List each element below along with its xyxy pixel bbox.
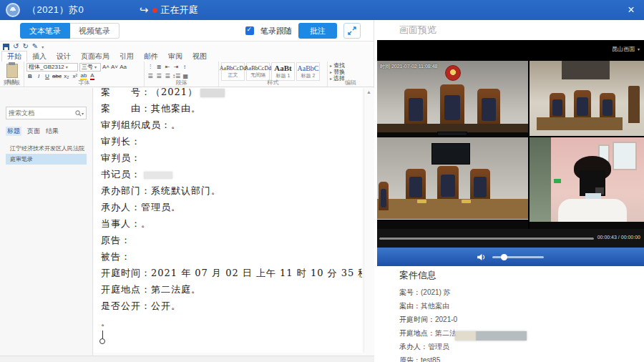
search-input[interactable] [9, 109, 75, 117]
ribbon-tab-mailings[interactable]: 邮件 [139, 51, 163, 62]
case-info-title: 案件信息 [399, 269, 644, 282]
document-search-box[interactable]: ▾ [6, 107, 87, 119]
redaction [144, 172, 172, 179]
face-redaction [580, 170, 605, 196]
decrease-indent-icon[interactable]: ⇤ [164, 63, 171, 72]
clipboard-group-label: 剪贴板 [0, 79, 24, 87]
video-topbar: 昆山画面 ▾ [377, 40, 644, 60]
case-row-location: 开庭地点：第二法 [399, 328, 644, 342]
exit-sign [554, 179, 561, 183]
camera-participant-view[interactable] [530, 137, 644, 229]
case-row-handler: 承办人：管理员 [399, 342, 644, 356]
font-group-label: 字体 [24, 79, 144, 87]
doc-line[interactable]: 开庭时间：2021 年 07 月 02 日 上午 11 时 10 分 35 秒 … [94, 265, 362, 281]
search-dropdown-icon[interactable]: ▾ [82, 111, 84, 116]
doc-line[interactable]: 。 [94, 314, 362, 331]
navigation-pane: ▾ 标题 页面 结果 江宁经济技术开发区人民法院 庭审笔录 [0, 88, 93, 356]
font-name-combo[interactable]: 楷体_GB2312▾ [26, 63, 78, 72]
doc-line[interactable]: 案 由：其他案由。 [94, 100, 362, 117]
change-case-icon[interactable]: Aa [119, 63, 127, 72]
doc-line[interactable]: 案 号：（2021） [94, 88, 362, 100]
redo-icon[interactable]: ↻ [22, 42, 28, 51]
search-icon [75, 110, 82, 117]
quick-access-toolbar: ↺ ↻ ✎ ▾ [3, 42, 44, 51]
redaction [200, 89, 225, 97]
doc-line[interactable]: 书记员： [94, 166, 362, 182]
redaction [455, 331, 527, 341]
doc-line[interactable]: 原告： [94, 232, 362, 248]
stream-select-dropdown[interactable]: 昆山画面 ▾ [612, 45, 640, 53]
word-ribbon: ↺ ↻ ✎ ▾ 开始 插入 设计 页面布局 引用 邮件 审阅 视图 粘贴 剪贴板 [0, 41, 374, 87]
case-number-title: （2021）苏0 [27, 4, 84, 16]
navpane-tab-results[interactable]: 结果 [46, 127, 59, 136]
recording-dot-icon [152, 8, 157, 13]
ribbon-tab-insert[interactable]: 插入 [27, 51, 52, 62]
speaker-icon[interactable] [477, 253, 487, 261]
pen-icon[interactable]: ✎ [32, 42, 38, 51]
ribbon-tab-layout[interactable]: 页面布局 [76, 51, 114, 62]
preview-title: 画面预览 [375, 20, 644, 40]
doc-line[interactable]: 承办部门：系统默认部门。 [94, 182, 362, 199]
seekbar[interactable]: 00:00:43 / 00:00:00 [377, 229, 644, 248]
case-row-plaintiff: 原告：test85 [399, 356, 644, 362]
navpane-tab-headings[interactable]: 标题 [6, 127, 21, 136]
ribbon-tab-view[interactable]: 视图 [187, 51, 212, 62]
doc-line[interactable]: 审判组织成员：。 [94, 117, 362, 133]
back-icon[interactable]: ↩ [140, 4, 149, 16]
camera-side-view[interactable] [530, 61, 644, 136]
styles-group: AaBbCcDd 正文 AaBbCcDd 无间隔 AaBt 标题 1 AaBbC… [219, 62, 328, 87]
doc-line[interactable]: 审判员： [94, 150, 362, 166]
document-editor[interactable]: 案 号：（2021） 案 由：其他案由。 审判组织成员：。 审判长： 审判员： … [94, 88, 362, 353]
camera-bench-view-2[interactable] [377, 137, 528, 229]
clipboard-group: 粘贴 剪贴板 [0, 62, 24, 87]
close-icon[interactable]: × [618, 0, 644, 20]
heading-item-court[interactable]: 江宁经济技术开发区人民法院 [6, 143, 87, 154]
seek-progress[interactable] [379, 238, 594, 240]
doc-line[interactable]: 承办人：管理员。 [94, 199, 362, 215]
annotate-button[interactable]: 批注 [298, 23, 337, 39]
undo-icon[interactable]: ↺ [13, 42, 19, 51]
volume-thumb[interactable] [501, 254, 507, 260]
court-recording-app: （2021）苏0 ↩ 正在开庭 × 文本笔录 视频笔录 笔录跟随 批注 [0, 0, 644, 362]
navpane-tab-pages[interactable]: 页面 [27, 127, 40, 136]
qat-dropdown-icon[interactable]: ▾ [42, 44, 44, 49]
editing-group-label: 编辑 [328, 79, 374, 87]
paste-icon[interactable] [6, 64, 18, 78]
paragraph-group: ⫶ ≣ ⇤ ⇥ ↕ ☰ ☰ ☰ ↕☰ ▦ 段落 [145, 62, 219, 87]
expand-icon[interactable] [343, 23, 361, 39]
video-player: 昆山画面 ▾ 时间 2021-07-02 11:08:48 [377, 40, 644, 266]
doc-line[interactable]: 开庭地点：第二法庭。 [94, 281, 362, 298]
case-row-time: 开庭时间：2021-0 [399, 315, 644, 328]
doc-line[interactable]: 是否公开：公开。 [94, 298, 362, 314]
shrink-font-icon[interactable]: A˅ [111, 63, 118, 72]
tab-video-record[interactable]: 视频笔录 [70, 23, 119, 39]
bullets-icon[interactable]: ⫶ [147, 63, 154, 72]
tab-text-record[interactable]: 文本笔录 [20, 23, 70, 39]
heading-item-record[interactable]: 庭审笔录 [6, 154, 87, 165]
save-icon[interactable] [3, 44, 9, 50]
font-group: 楷体_GB2312▾ 三号▾ A˄ A˅ Aa B I U abc x₂ x² … [24, 62, 145, 87]
ribbon-tab-home[interactable]: 开始 [1, 51, 27, 62]
doc-line[interactable]: 审判长： [94, 133, 362, 150]
grow-font-icon[interactable]: A˄ [102, 63, 109, 72]
follow-checkbox[interactable] [245, 26, 254, 35]
font-size-combo[interactable]: 三号▾ [79, 63, 101, 72]
sort-icon[interactable]: ↕ [181, 63, 188, 72]
editor-scrollbar[interactable]: ▲ [364, 88, 373, 353]
ribbon-tab-review[interactable]: 审阅 [163, 51, 187, 62]
increase-indent-icon[interactable]: ⇥ [172, 63, 180, 72]
doc-line[interactable]: 当事人：。 [94, 215, 362, 232]
ribbon-tab-references[interactable]: 引用 [114, 51, 139, 62]
camera-grid: 时间 2021-07-02 11:08:48 [377, 61, 644, 229]
numbering-icon[interactable]: ≣ [155, 63, 162, 72]
doc-line[interactable]: 被告： [94, 248, 362, 265]
chevron-down-icon: ▾ [638, 47, 640, 52]
titlebar: （2021）苏0 ↩ 正在开庭 × [0, 0, 644, 20]
session-status: 正在开庭 [161, 4, 198, 16]
scroll-up-icon[interactable]: ▲ [366, 89, 371, 94]
ribbon-tab-design[interactable]: 设计 [52, 51, 76, 62]
camera-bench-view[interactable]: 时间 2021-07-02 11:08:48 [377, 61, 528, 136]
case-info-panel: 案件信息 案号：(2021) 苏 案由：其他案由 开庭时间：2021-0 开庭地… [375, 269, 644, 362]
text-cursor-anchor[interactable] [94, 331, 362, 348]
volume-slider[interactable] [492, 256, 544, 258]
